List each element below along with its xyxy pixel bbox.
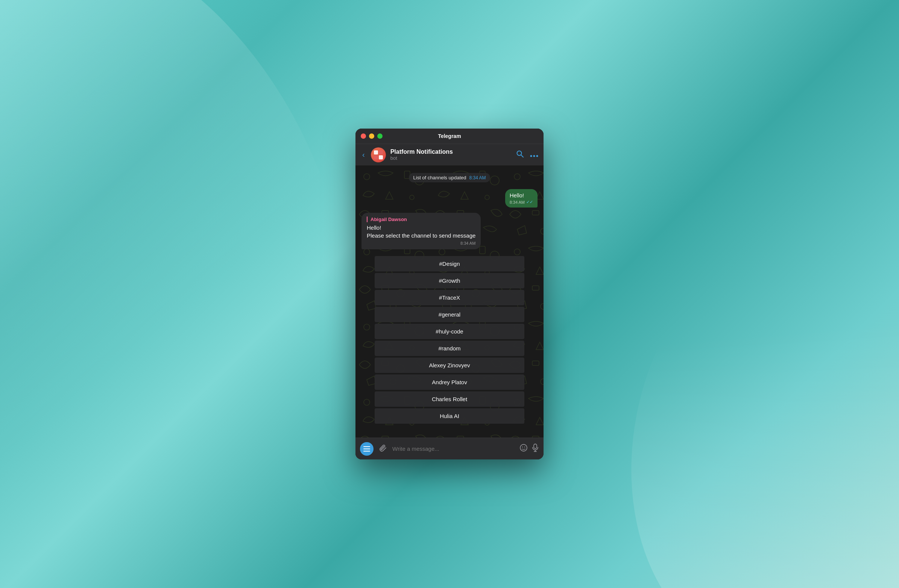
channel-button[interactable]: Alexey Zinovyev <box>375 358 524 373</box>
channel-button[interactable]: #Design <box>375 256 524 272</box>
chat-sub: bot <box>391 155 511 161</box>
svg-rect-10 <box>363 449 370 449</box>
channel-buttons: #Design#Growth#TraceX#general#huly-code#… <box>361 256 538 424</box>
svg-rect-9 <box>363 446 370 447</box>
chat-header: ‹ Platform Notifications bot <box>355 144 544 165</box>
incoming-time: 8:34 AM <box>460 241 476 245</box>
channel-button[interactable]: Hulia AI <box>375 408 524 424</box>
chat-info: Platform Notifications bot <box>391 148 511 161</box>
telegram-window: Telegram ‹ Platform Notifications bot <box>355 128 544 460</box>
svg-rect-1 <box>379 150 383 154</box>
window-title: Telegram <box>438 133 461 139</box>
more-icon[interactable] <box>530 150 538 159</box>
messages-list: List of channels updated 8:34 AM Hello! … <box>355 165 544 431</box>
outgoing-text: Hello! <box>510 192 524 199</box>
channel-button[interactable]: #TraceX <box>375 290 524 305</box>
mic-icon[interactable] <box>531 444 539 454</box>
maximize-button[interactable] <box>377 133 383 139</box>
svg-rect-2 <box>374 155 378 159</box>
incoming-meta: 8:34 AM <box>367 241 476 245</box>
system-bubble: List of channels updated 8:34 AM <box>409 173 491 182</box>
system-message: List of channels updated 8:34 AM <box>361 173 538 182</box>
outgoing-time: 8:34 AM <box>510 200 525 205</box>
incoming-message: Abigail Dawson Hello! Please select the … <box>361 213 538 249</box>
read-ticks: ✓✓ <box>526 200 533 205</box>
channel-button[interactable]: Charles Rollet <box>375 391 524 407</box>
chat-footer <box>355 438 544 460</box>
channel-button[interactable]: #Growth <box>375 273 524 289</box>
attach-icon[interactable] <box>377 442 389 456</box>
system-text: List of channels updated <box>413 175 466 181</box>
svg-point-12 <box>520 444 527 451</box>
svg-point-14 <box>524 446 525 447</box>
minimize-button[interactable] <box>369 133 374 139</box>
chat-body[interactable]: List of channels updated 8:34 AM Hello! … <box>355 165 544 438</box>
title-bar: Telegram <box>355 128 544 144</box>
svg-line-5 <box>521 155 523 157</box>
channel-button[interactable]: #huly-code <box>375 324 524 339</box>
svg-point-8 <box>536 155 538 157</box>
avatar <box>371 147 386 162</box>
close-button[interactable] <box>361 133 366 139</box>
header-actions <box>516 150 538 160</box>
message-input[interactable] <box>392 446 516 452</box>
search-icon[interactable] <box>516 150 524 160</box>
incoming-line2: Please select the channel to send messag… <box>367 231 476 239</box>
emoji-icon[interactable] <box>519 444 528 454</box>
svg-point-7 <box>533 155 535 157</box>
window-controls <box>361 133 383 139</box>
channel-button[interactable]: Andrey Platov <box>375 375 524 390</box>
svg-rect-11 <box>363 451 370 452</box>
outgoing-meta: 8:34 AM ✓✓ <box>510 200 533 205</box>
outgoing-bubble: Hello! 8:34 AM ✓✓ <box>505 189 538 208</box>
incoming-bubble: Abigail Dawson Hello! Please select the … <box>361 213 481 249</box>
svg-rect-0 <box>374 150 378 154</box>
incoming-line1: Hello! <box>367 224 476 231</box>
channel-button[interactable]: #random <box>375 341 524 356</box>
svg-rect-15 <box>534 444 537 449</box>
channel-button[interactable]: #general <box>375 307 524 322</box>
outgoing-message: Hello! 8:34 AM ✓✓ <box>361 189 538 208</box>
menu-button[interactable] <box>360 442 374 456</box>
system-time: 8:34 AM <box>469 175 486 181</box>
sender-name: Abigail Dawson <box>367 216 476 222</box>
chat-name: Platform Notifications <box>391 148 511 155</box>
svg-rect-3 <box>379 155 383 159</box>
svg-point-6 <box>530 155 532 157</box>
svg-point-13 <box>522 446 523 447</box>
back-button[interactable]: ‹ <box>361 149 366 161</box>
